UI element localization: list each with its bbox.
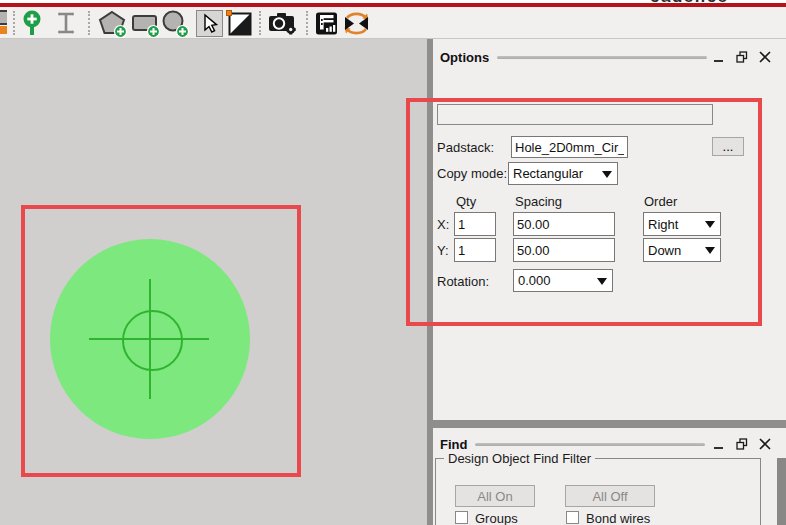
find-panel-scrollbar[interactable] xyxy=(777,458,786,525)
clipped-tool-icon[interactable] xyxy=(0,10,7,36)
snapshot-settings-icon[interactable] xyxy=(267,10,299,37)
padstack-label: Padstack: xyxy=(437,140,494,155)
copy-mode-label: Copy mode: xyxy=(437,166,507,181)
all-off-button[interactable]: All Off xyxy=(565,485,655,507)
chevron-down-icon xyxy=(705,221,715,228)
find-minimize-button[interactable] xyxy=(710,437,726,451)
x-spacing-input[interactable] xyxy=(513,212,615,236)
groups-checkbox-label: Groups xyxy=(475,511,518,525)
toolbar-separator xyxy=(13,11,15,35)
find-panel-drag-handle[interactable] xyxy=(475,443,705,446)
toolbar-separator xyxy=(88,11,90,35)
options-panel-title: Options xyxy=(440,50,489,65)
shape-fill-toggle-icon[interactable] xyxy=(226,10,254,38)
chevron-down-icon xyxy=(602,171,612,178)
padstack-drill-circle xyxy=(122,310,183,371)
swap-refresh-icon[interactable] xyxy=(341,10,372,37)
padstack-browse-button[interactable]: ... xyxy=(712,137,744,156)
spacing-header: Spacing xyxy=(515,194,562,209)
find-filter-group-title: Design Object Find Filter xyxy=(444,451,595,466)
y-row-label: Y: xyxy=(437,243,449,258)
x-row-label: X: xyxy=(437,217,449,232)
y-order-value: Down xyxy=(648,243,681,258)
bond-wires-checkbox-label: Bond wires xyxy=(586,511,650,525)
toolbar-separator xyxy=(306,11,308,35)
copy-mode-dropdown[interactable]: Rectangular xyxy=(508,162,618,185)
panel-splitter-horizontal[interactable] xyxy=(433,420,786,428)
copy-mode-value: Rectangular xyxy=(513,166,583,181)
y-qty-input[interactable] xyxy=(454,238,496,262)
find-panel-title: Find xyxy=(440,437,467,452)
select-pointer-icon[interactable] xyxy=(196,10,223,37)
find-close-button[interactable] xyxy=(757,437,773,451)
add-via-icon[interactable] xyxy=(54,10,78,36)
add-shape-rectangle-icon[interactable] xyxy=(131,10,161,38)
add-shape-circle-icon[interactable] xyxy=(161,10,191,38)
brand-strip: cadence xyxy=(0,0,786,7)
options-close-button[interactable] xyxy=(757,50,773,64)
x-order-dropdown[interactable]: Right xyxy=(643,212,721,236)
chevron-down-icon xyxy=(705,247,715,254)
rotation-value: 0.000 xyxy=(518,273,551,288)
y-order-dropdown[interactable]: Down xyxy=(643,238,721,262)
rotation-dropdown[interactable]: 0.000 xyxy=(513,269,613,292)
add-pin-icon[interactable] xyxy=(21,10,43,37)
qty-header: Qty xyxy=(456,194,476,209)
bond-wires-checkbox[interactable] xyxy=(566,511,579,524)
toolbar-separator xyxy=(259,11,261,35)
options-float-button[interactable] xyxy=(734,50,750,64)
x-qty-input[interactable] xyxy=(454,212,496,236)
main-toolbar xyxy=(0,7,786,39)
app-window: cadence xyxy=(0,0,786,525)
report-chart-icon[interactable] xyxy=(313,10,340,37)
padstack-input[interactable] xyxy=(511,136,628,158)
options-minimize-button[interactable] xyxy=(710,50,726,64)
options-empty-groupbox xyxy=(437,104,713,125)
groups-checkbox[interactable] xyxy=(455,511,468,524)
panel-splitter-vertical[interactable] xyxy=(427,39,433,525)
options-panel-drag-handle[interactable] xyxy=(497,56,707,59)
x-order-value: Right xyxy=(648,217,678,232)
find-float-button[interactable] xyxy=(734,437,750,451)
chevron-down-icon xyxy=(597,278,607,285)
all-on-button[interactable]: All On xyxy=(455,485,535,507)
add-shape-polygon-icon[interactable] xyxy=(98,10,128,38)
rotation-label: Rotation: xyxy=(437,274,489,289)
y-spacing-input[interactable] xyxy=(513,238,615,262)
order-header: Order xyxy=(644,194,677,209)
